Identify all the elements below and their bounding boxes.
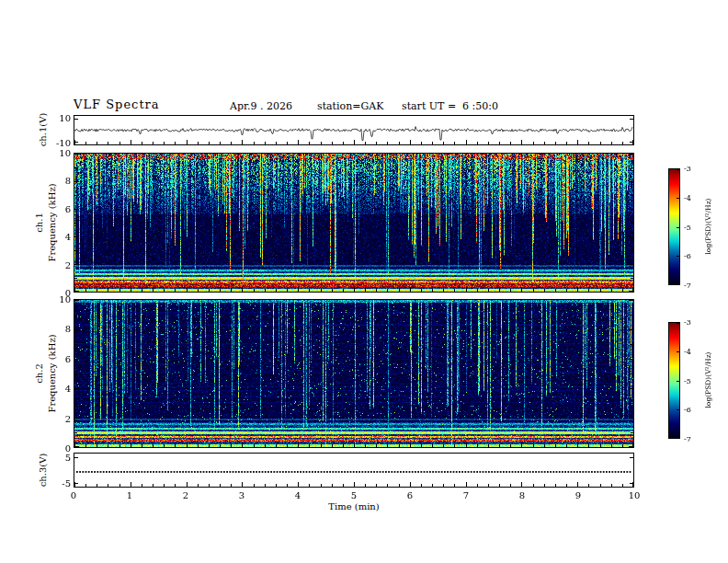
tick-mark xyxy=(119,142,120,144)
tick-mark xyxy=(421,444,422,447)
tick-mark xyxy=(108,289,108,292)
y-tick-label: 8 xyxy=(65,176,71,186)
tick-mark xyxy=(187,287,188,292)
tick-mark xyxy=(287,444,288,447)
x-tick-label: 5 xyxy=(351,490,357,500)
tick-mark xyxy=(142,289,142,292)
tick-mark xyxy=(399,484,400,487)
tick-mark xyxy=(600,484,601,487)
tick-mark xyxy=(677,169,679,170)
tick-mark xyxy=(85,289,86,292)
colorbar-tick-label: -7 xyxy=(684,435,691,443)
tick-mark xyxy=(85,142,86,144)
tick-mark xyxy=(510,142,511,144)
tick-mark xyxy=(443,142,444,144)
tick-mark xyxy=(631,223,633,224)
tick-mark xyxy=(74,359,79,360)
y-tick-label: 6 xyxy=(65,203,71,213)
tick-mark xyxy=(85,484,86,487)
tick-mark xyxy=(198,142,199,144)
tick-mark xyxy=(533,289,534,292)
ch1-waveform-panel xyxy=(74,115,634,145)
tick-mark xyxy=(631,432,633,433)
tick-mark xyxy=(332,289,333,292)
tick-mark xyxy=(74,236,79,237)
tick-mark xyxy=(600,289,601,292)
tick-mark xyxy=(119,444,120,447)
tick-mark xyxy=(74,403,77,404)
tick-mark xyxy=(410,482,411,487)
tick-mark xyxy=(175,484,176,487)
ch1-spectrogram-panel xyxy=(74,153,634,293)
y-tick-label: 10 xyxy=(59,294,71,304)
tick-mark xyxy=(399,444,400,447)
ch1-wave-ylabel: ch.1(V) xyxy=(38,113,48,147)
tick-mark xyxy=(343,484,344,487)
tick-mark xyxy=(74,418,79,419)
tick-mark xyxy=(321,142,322,144)
ch2-spectrogram-canvas xyxy=(74,300,633,447)
x-tick-label: 8 xyxy=(519,490,525,500)
tick-mark xyxy=(220,289,221,292)
tick-mark xyxy=(629,418,633,419)
tick-mark xyxy=(376,484,377,487)
tick-mark xyxy=(354,140,355,144)
tick-mark xyxy=(108,142,108,144)
tick-mark xyxy=(499,142,500,144)
tick-mark xyxy=(622,289,623,292)
y-tick-label: -5 xyxy=(62,478,71,488)
y-tick-label: 5 xyxy=(65,452,71,462)
tick-mark xyxy=(677,256,679,257)
tick-mark xyxy=(443,484,444,487)
tick-mark xyxy=(231,444,232,447)
tick-mark xyxy=(566,484,567,487)
tick-mark xyxy=(276,444,277,447)
tick-mark xyxy=(187,482,188,487)
tick-mark xyxy=(365,142,366,144)
tick-mark xyxy=(677,283,679,284)
tick-mark xyxy=(97,444,97,447)
tick-mark xyxy=(566,444,567,447)
tick-mark xyxy=(309,289,310,292)
tick-mark xyxy=(74,209,79,210)
tick-mark xyxy=(631,167,633,168)
x-tick-label: 3 xyxy=(239,490,245,500)
tick-mark xyxy=(454,484,455,487)
tick-mark xyxy=(629,300,633,301)
tick-mark xyxy=(399,142,400,144)
colorbar-tick-label: -5 xyxy=(684,223,691,231)
tick-mark xyxy=(343,289,344,292)
tick-mark xyxy=(533,484,534,487)
tick-mark xyxy=(175,289,176,292)
ch3-waveform-panel xyxy=(74,453,634,488)
vlf-spectra-figure: VLF Spectra Apr.9 . 2026 station=GAK sta… xyxy=(0,0,728,563)
y-tick-label: 10 xyxy=(59,113,71,123)
tick-mark xyxy=(631,403,633,404)
tick-mark xyxy=(677,437,679,438)
tick-mark xyxy=(631,373,633,374)
ch1-colorbar-label: log(PSD)(V²/Hz) xyxy=(704,198,712,254)
tick-mark xyxy=(365,289,366,292)
tick-mark xyxy=(321,289,322,292)
tick-mark xyxy=(555,142,556,144)
tick-mark xyxy=(231,484,232,487)
tick-mark xyxy=(175,142,176,144)
tick-mark xyxy=(521,287,522,292)
tick-mark xyxy=(629,236,633,237)
tick-mark xyxy=(142,142,142,144)
tick-mark xyxy=(629,388,633,389)
tick-mark xyxy=(153,444,154,447)
tick-mark xyxy=(629,291,633,292)
tick-mark xyxy=(410,140,411,144)
tick-mark xyxy=(131,140,131,144)
tick-mark xyxy=(629,446,633,447)
tick-mark xyxy=(631,315,633,316)
tick-mark xyxy=(577,442,578,447)
tick-mark xyxy=(421,142,422,144)
tick-mark xyxy=(153,289,154,292)
tick-mark xyxy=(287,142,288,144)
tick-mark xyxy=(220,484,221,487)
y-tick-label: 8 xyxy=(65,324,71,334)
tick-mark xyxy=(242,442,243,447)
tick-mark xyxy=(97,142,97,144)
